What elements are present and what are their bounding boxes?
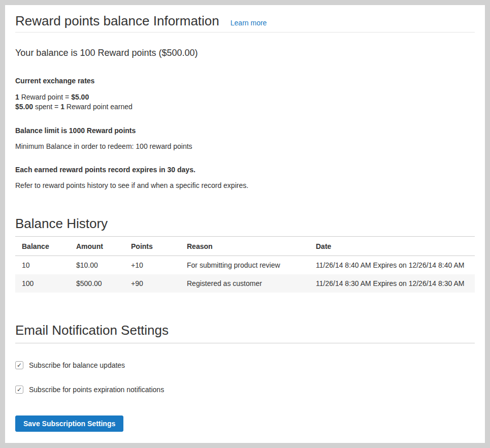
page-title: Reward points balance Information xyxy=(15,13,219,28)
email-settings-title: Email Notification Settings xyxy=(15,322,475,343)
balance-summary: Your balance is 100 Reward points ($500.… xyxy=(15,47,475,58)
rate2-amount: $5.00 xyxy=(15,103,33,111)
column-header-date: Date xyxy=(309,237,475,256)
table-row: 100 $500.00 +90 Registered as customer 1… xyxy=(15,274,475,293)
rate1-points: 1 xyxy=(15,93,19,101)
expiration-heading: Each earned reward points record expires… xyxy=(15,165,475,174)
exchange-rates-text: 1 Reward point = $5.00 $5.00 spent = 1 R… xyxy=(15,92,475,112)
balance-history-title: Balance History xyxy=(15,215,475,237)
rate1-amount: $5.00 xyxy=(71,93,89,101)
rate1-mid: Reward point = xyxy=(19,93,71,101)
rate2-points: 1 xyxy=(60,103,64,111)
column-header-points: Points xyxy=(124,237,180,256)
exchange-rate-line-2: $5.00 spent = 1 Reward point earned xyxy=(15,102,475,112)
min-redeem-text: Minimum Balance in order to redeem: 100 … xyxy=(15,142,475,151)
checkmark-icon: ✓ xyxy=(17,387,22,393)
column-header-reason: Reason xyxy=(180,237,309,256)
cell-reason: For submitting product review xyxy=(180,256,309,275)
cell-reason: Registered as customer xyxy=(180,274,309,293)
balance-limit-heading: Balance limit is 1000 Reward points xyxy=(15,126,475,135)
exchange-rate-line-1: 1 Reward point = $5.00 xyxy=(15,92,475,102)
subscribe-balance-updates-checkbox[interactable]: ✓ xyxy=(15,361,23,369)
page-title-row: Reward points balance Information Learn … xyxy=(15,5,475,33)
rate2-mid: spent = xyxy=(33,103,60,111)
subscribe-balance-updates-field: ✓ Subscribe for balance updates xyxy=(15,361,475,370)
exchange-rates-heading: Current exchange rates xyxy=(15,76,475,85)
expiration-note: Refer to reward points history to see if… xyxy=(15,181,475,190)
cell-date: 11/26/14 8:30 AM Expires on 12/26/14 8:3… xyxy=(309,274,475,293)
cell-amount: $10.00 xyxy=(70,256,124,275)
learn-more-link[interactable]: Learn more xyxy=(231,19,267,27)
cell-balance: 100 xyxy=(15,274,70,293)
table-row: 10 $10.00 +10 For submitting product rev… xyxy=(15,256,475,275)
subscribe-expiration-notifications-label[interactable]: Subscribe for points expiration notifica… xyxy=(29,385,164,394)
cell-balance: 10 xyxy=(15,256,70,275)
cell-points: +90 xyxy=(124,274,180,293)
subscribe-expiration-notifications-checkbox[interactable]: ✓ xyxy=(15,386,23,394)
checkmark-icon: ✓ xyxy=(17,362,22,368)
table-header-row: Balance Amount Points Reason Date xyxy=(15,237,475,256)
rate2-tail: Reward point earned xyxy=(64,103,133,111)
balance-history-table: Balance Amount Points Reason Date 10 $10… xyxy=(15,237,475,293)
cell-date: 11/26/14 8:40 AM Expires on 12/26/14 8:4… xyxy=(309,256,475,275)
reward-points-panel: Reward points balance Information Learn … xyxy=(5,5,485,443)
cell-points: +10 xyxy=(124,256,180,275)
subscribe-balance-updates-label[interactable]: Subscribe for balance updates xyxy=(29,361,125,370)
subscribe-expiration-notifications-field: ✓ Subscribe for points expiration notifi… xyxy=(15,385,475,394)
cell-amount: $500.00 xyxy=(70,274,124,293)
column-header-amount: Amount xyxy=(70,237,124,256)
save-subscription-settings-button[interactable]: Save Subscription Settings xyxy=(15,415,123,432)
column-header-balance: Balance xyxy=(15,237,70,256)
